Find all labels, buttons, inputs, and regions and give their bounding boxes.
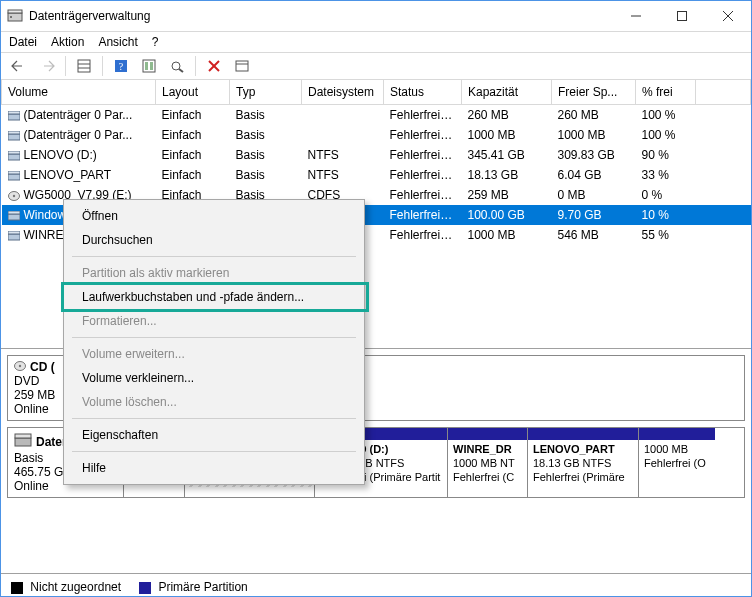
partition[interactable]: WINRE_DR1000 MB NTFehlerfrei (C: [448, 428, 528, 497]
view-graphic-button[interactable]: [137, 54, 161, 78]
col-capacity[interactable]: Kapazität: [462, 80, 552, 105]
menu-action[interactable]: Aktion: [51, 35, 84, 49]
partition-size: 18.13 GB NTFS: [533, 457, 611, 469]
menu-item[interactable]: Hilfe: [64, 456, 364, 480]
delete-icon[interactable]: [202, 54, 226, 78]
cell-fs: [302, 105, 384, 126]
volume-name: (Datenträger 0 Par...: [24, 108, 133, 122]
toolbar-separator: [65, 56, 66, 76]
menu-item[interactable]: Öffnen: [64, 204, 364, 228]
svg-rect-27: [8, 174, 20, 180]
svg-rect-37: [15, 438, 31, 446]
partition-color-bar: [639, 428, 715, 440]
cell-status: Fehlerfrei (...: [384, 165, 462, 185]
menu-item[interactable]: Laufwerkbuchstaben und -pfade ändern...: [64, 285, 364, 309]
disk-icon: [14, 432, 32, 451]
properties-icon[interactable]: [230, 54, 254, 78]
partition-title: WINRE_DR: [453, 443, 512, 455]
menu-item[interactable]: Eigenschaften: [64, 423, 364, 447]
menu-separator: [72, 418, 356, 419]
menu-item[interactable]: Volume verkleinern...: [64, 366, 364, 390]
cell-capacity: 260 MB: [462, 105, 552, 126]
refresh-button[interactable]: [165, 54, 189, 78]
svg-rect-4: [678, 12, 687, 21]
svg-rect-25: [8, 154, 20, 160]
cell-fs: NTFS: [302, 145, 384, 165]
titlebar: Datenträgerverwaltung: [1, 1, 751, 32]
volume-row[interactable]: LENOVO (D:)EinfachBasisNTFSFehlerfrei (.…: [2, 145, 751, 165]
col-status[interactable]: Status: [384, 80, 462, 105]
cell-layout: Einfach: [156, 125, 230, 145]
menu-item: Volume erweitern...: [64, 342, 364, 366]
partition[interactable]: LENOVO_PART18.13 GB NTFSFehlerfrei (Prim…: [528, 428, 639, 497]
back-button[interactable]: [7, 54, 31, 78]
partition-status: Fehlerfrei (O: [644, 457, 706, 469]
volume-icon: [8, 151, 20, 161]
col-type[interactable]: Typ: [230, 80, 302, 105]
menu-view[interactable]: Ansicht: [98, 35, 137, 49]
menu-help[interactable]: ?: [152, 35, 159, 49]
cell-pct: 100 %: [636, 125, 696, 145]
help-button[interactable]: ?: [109, 54, 133, 78]
svg-rect-22: [8, 111, 20, 114]
cell-layout: Einfach: [156, 105, 230, 126]
volume-context-menu: ÖffnenDurchsuchenPartition als aktiv mar…: [63, 199, 365, 485]
cell-status: Fehlerfrei (...: [384, 105, 462, 126]
window-buttons: [613, 1, 751, 31]
close-button[interactable]: [705, 1, 751, 31]
partition-body: LENOVO_PART18.13 GB NTFSFehlerfrei (Prim…: [528, 440, 638, 487]
cell-pct: 55 %: [636, 225, 696, 245]
cell-free: 1000 MB: [552, 125, 636, 145]
svg-rect-13: [145, 62, 148, 70]
svg-rect-14: [150, 62, 153, 70]
volume-row[interactable]: LENOVO_PARTEinfachBasisNTFSFehlerfrei (.…: [2, 165, 751, 185]
cell-fs: NTFS: [302, 165, 384, 185]
menu-item: Volume löschen...: [64, 390, 364, 414]
cell-status: Fehlerfrei (...: [384, 125, 462, 145]
maximize-button[interactable]: [659, 1, 705, 31]
toolbar-separator: [195, 56, 196, 76]
partition-body: WINRE_DR1000 MB NTFehlerfrei (C: [448, 440, 527, 487]
partition-status: Fehlerfrei (C: [453, 471, 514, 483]
svg-point-15: [172, 62, 180, 70]
svg-rect-28: [8, 171, 20, 174]
menu-file[interactable]: Datei: [9, 35, 37, 49]
volume-icon: [8, 131, 20, 141]
disk-management-window: Datenträgerverwaltung Datei Aktion Ansic…: [0, 0, 752, 597]
menu-item: Partition als aktiv markieren: [64, 261, 364, 285]
partition-color-bar: [448, 428, 527, 440]
cell-capacity: 1000 MB: [462, 225, 552, 245]
volume-row[interactable]: (Datenträger 0 Par...EinfachBasisFehlerf…: [2, 125, 751, 145]
volume-row[interactable]: (Datenträger 0 Par...EinfachBasisFehlerf…: [2, 105, 751, 126]
volume-icon: [8, 111, 20, 121]
forward-button[interactable]: [35, 54, 59, 78]
col-volume[interactable]: Volume: [2, 80, 156, 105]
cell-status: Fehlerfrei (...: [384, 185, 462, 205]
svg-line-16: [179, 69, 183, 72]
svg-rect-38: [15, 434, 31, 438]
svg-text:?: ?: [119, 61, 124, 72]
toolbar: ?: [1, 52, 751, 80]
svg-rect-31: [8, 214, 20, 220]
menu-separator: [72, 256, 356, 257]
cell-free: 0 MB: [552, 185, 636, 205]
view-list-button[interactable]: [72, 54, 96, 78]
svg-rect-32: [8, 211, 20, 214]
col-layout[interactable]: Layout: [156, 80, 230, 105]
legend-label-unallocated: Nicht zugeordnet: [30, 580, 121, 594]
svg-rect-23: [8, 134, 20, 140]
cell-status: Fehlerfrei (...: [384, 225, 462, 245]
col-free[interactable]: Freier Sp...: [552, 80, 636, 105]
cell-free: 309.83 GB: [552, 145, 636, 165]
legend-unallocated: Nicht zugeordnet: [11, 580, 121, 594]
legend-bar: Nicht zugeordnet Primäre Partition: [1, 573, 751, 597]
partition-body: 1000 MBFehlerfrei (O: [639, 440, 715, 474]
partition[interactable]: 1000 MBFehlerfrei (O: [639, 428, 715, 497]
minimize-button[interactable]: [613, 1, 659, 31]
menu-item[interactable]: Durchsuchen: [64, 228, 364, 252]
col-fs[interactable]: Dateisystem: [302, 80, 384, 105]
col-pct[interactable]: % frei: [636, 80, 696, 105]
partition-size: 1000 MB NT: [453, 457, 515, 469]
volume-icon: [8, 231, 20, 241]
svg-rect-7: [78, 60, 90, 72]
